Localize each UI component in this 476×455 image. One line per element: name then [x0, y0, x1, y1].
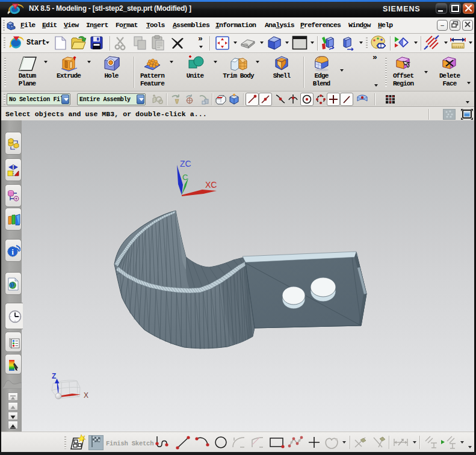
svg-text:XC: XC — [205, 180, 217, 190]
svg-text:ZC: ZC — [180, 159, 191, 169]
svg-text:C: C — [182, 173, 188, 182]
svg-text:X: X — [84, 391, 88, 400]
svg-text:Z: Z — [52, 372, 56, 380]
svg-text:i: i — [11, 247, 14, 256]
